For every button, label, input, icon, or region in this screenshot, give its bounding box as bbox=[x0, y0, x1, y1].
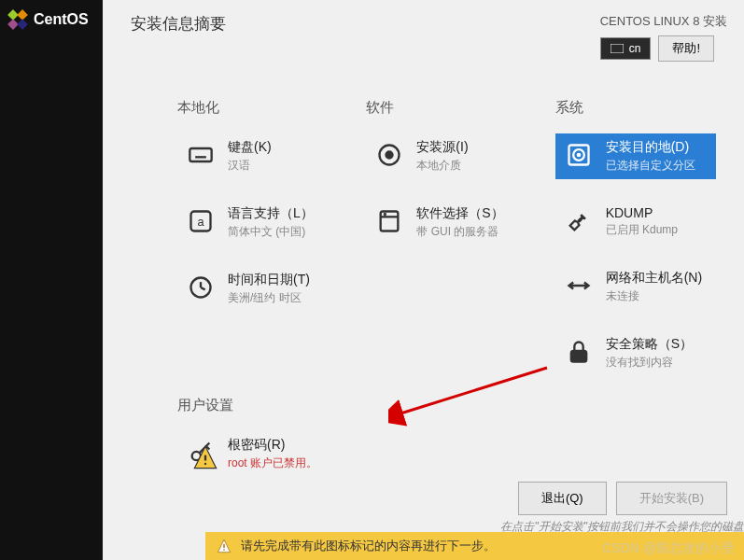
rootpw-item[interactable]: 根密码(R)root 账户已禁用。 bbox=[177, 431, 411, 477]
header: 安装信息摘要 CENTOS LINUX 8 安装 cn 帮助! bbox=[103, 0, 744, 62]
disc-icon bbox=[376, 142, 402, 168]
selection-item[interactable]: 软件选择（S）带 GUI 的服务器 bbox=[366, 200, 526, 245]
kdump-sub: 已启用 Kdump bbox=[606, 222, 678, 238]
lang-code: cn bbox=[629, 42, 641, 55]
lock-icon bbox=[566, 339, 592, 365]
source-item[interactable]: 安装源(I)本地介质 bbox=[366, 133, 526, 179]
language-item[interactable]: a 语言支持（L）简体中文 (中国) bbox=[177, 200, 338, 245]
network-sub: 未连接 bbox=[606, 288, 702, 304]
logo: CentOS bbox=[0, 0, 103, 39]
language-label: 语言支持（L） bbox=[228, 205, 314, 222]
source-label: 安装源(I) bbox=[416, 139, 468, 156]
watermark: CSDN @陈总攻的小受 bbox=[602, 540, 735, 557]
destination-item[interactable]: 安装目的地(D)已选择自定义分区 bbox=[555, 133, 716, 179]
warning-text: 请先完成带有此图标标记的内容再进行下一步。 bbox=[241, 538, 496, 554]
footer-buttons: 退出(Q) 开始安装(B) bbox=[518, 482, 727, 515]
section-localization: 本地化 bbox=[177, 99, 338, 117]
begin-install-button[interactable]: 开始安装(B) bbox=[616, 482, 727, 515]
svg-point-19 bbox=[386, 152, 393, 159]
keyboard-icon bbox=[188, 142, 214, 168]
source-sub: 本地介质 bbox=[416, 158, 468, 174]
svg-point-29 bbox=[204, 463, 206, 465]
keyboard-sub: 汉语 bbox=[228, 158, 272, 174]
selection-sub: 带 GUI 的服务器 bbox=[416, 224, 503, 240]
keyboard-icon bbox=[611, 44, 624, 53]
section-system: 系统 bbox=[555, 99, 716, 117]
centos-logo-icon bbox=[7, 9, 28, 30]
installer-title: CENTOS LINUX 8 安装 bbox=[600, 13, 727, 30]
package-icon bbox=[376, 208, 402, 234]
security-item[interactable]: 安全策略（S）没有找到内容 bbox=[555, 330, 716, 376]
page-title: 安装信息摘要 bbox=[131, 13, 226, 62]
logo-text: CentOS bbox=[34, 11, 89, 28]
network-item[interactable]: 网络和主机名(N)未连接 bbox=[555, 264, 716, 310]
svg-text:a: a bbox=[197, 215, 204, 229]
svg-line-17 bbox=[201, 287, 205, 289]
rootpw-sub: root 账户已禁用。 bbox=[228, 455, 317, 471]
quit-button[interactable]: 退出(Q) bbox=[518, 482, 607, 515]
wrench-icon bbox=[566, 208, 592, 234]
svg-point-25 bbox=[577, 154, 579, 156]
svg-rect-26 bbox=[570, 351, 585, 362]
svg-rect-4 bbox=[611, 44, 624, 53]
svg-rect-1 bbox=[17, 9, 28, 21]
svg-rect-7 bbox=[190, 148, 211, 161]
svg-point-22 bbox=[385, 214, 386, 215]
keyboard-layout-indicator[interactable]: cn bbox=[600, 37, 652, 60]
warning-icon bbox=[217, 539, 232, 553]
clock-icon bbox=[188, 274, 214, 301]
destination-sub: 已选择自定义分区 bbox=[606, 158, 695, 174]
network-icon bbox=[566, 273, 592, 299]
svg-rect-20 bbox=[381, 212, 399, 231]
security-sub: 没有找到内容 bbox=[606, 355, 693, 371]
datetime-sub: 美洲/纽约 时区 bbox=[228, 290, 310, 306]
svg-point-32 bbox=[223, 549, 225, 551]
main-panel: 安装信息摘要 CENTOS LINUX 8 安装 cn 帮助! 本地化 键盘(K… bbox=[103, 0, 744, 560]
keyboard-item[interactable]: 键盘(K)汉语 bbox=[177, 133, 338, 179]
help-button[interactable]: 帮助! bbox=[658, 35, 714, 62]
security-label: 安全策略（S） bbox=[606, 336, 693, 353]
svg-rect-0 bbox=[7, 9, 19, 21]
language-icon: a bbox=[188, 208, 214, 234]
section-software: 软件 bbox=[366, 99, 526, 117]
sidebar: CentOS bbox=[0, 0, 103, 560]
disk-icon bbox=[566, 142, 592, 168]
selection-label: 软件选择（S） bbox=[416, 205, 503, 222]
warning-badge-icon bbox=[192, 444, 218, 470]
network-label: 网络和主机名(N) bbox=[606, 270, 702, 287]
language-sub: 简体中文 (中国) bbox=[228, 224, 314, 240]
section-user: 用户设置 bbox=[177, 397, 744, 414]
destination-label: 安装目的地(D) bbox=[606, 139, 695, 156]
datetime-label: 时间和日期(T) bbox=[228, 272, 310, 288]
kdump-item[interactable]: KDUMP已启用 Kdump bbox=[555, 200, 716, 244]
keyboard-label: 键盘(K) bbox=[228, 139, 272, 156]
svg-rect-3 bbox=[17, 19, 28, 30]
svg-rect-2 bbox=[7, 19, 19, 30]
kdump-label: KDUMP bbox=[606, 205, 678, 220]
rootpw-label: 根密码(R) bbox=[228, 437, 317, 454]
datetime-item[interactable]: 时间和日期(T)美洲/纽约 时区 bbox=[177, 266, 338, 312]
